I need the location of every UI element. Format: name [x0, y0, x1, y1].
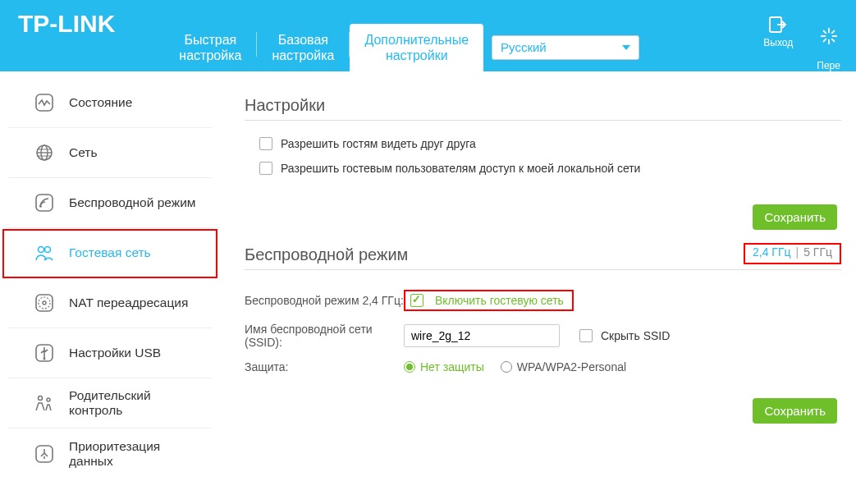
sidebar-item-parental[interactable]: Родительский контроль: [8, 378, 212, 428]
hide-ssid-label: Скрыть SSID: [601, 329, 670, 342]
svg-line-8: [831, 31, 834, 34]
radio-selected-icon: [404, 361, 415, 373]
save-button-2[interactable]: Сохранить: [753, 398, 837, 424]
radio-icon: [501, 361, 512, 373]
band-24ghz-tab[interactable]: 2,4 ГГц: [753, 245, 791, 259]
svg-point-23: [43, 358, 46, 360]
chevron-down-icon: [622, 45, 630, 50]
band-tabs-highlight: 2,4 ГГц | 5 ГГц: [744, 243, 841, 264]
ssid-label: Имя беспроводной сети (SSID):: [245, 323, 404, 349]
svg-line-6: [831, 39, 834, 42]
tab-basic[interactable]: Базовая настройка: [257, 24, 349, 71]
qos-icon: [34, 444, 54, 464]
sidebar-item-guest-network[interactable]: Гостевая сеть: [8, 228, 212, 278]
svg-point-18: [45, 247, 51, 253]
header: TP-LINK Быстрая настройка Базовая настро…: [0, 0, 856, 71]
checkbox-checked-icon: [410, 294, 423, 307]
tab-advanced[interactable]: Дополнительные настройки: [350, 24, 483, 71]
checkbox-icon: [259, 162, 272, 175]
logo: TP-LINK: [18, 10, 115, 38]
wireless-mode-label: Беспроводной режим 2,4 ГГц:: [245, 294, 404, 307]
sidebar-item-network[interactable]: Сеть: [8, 128, 212, 178]
svg-point-24: [39, 396, 43, 401]
allow-see-each-other[interactable]: Разрешить гостям видеть друг друга: [259, 137, 841, 150]
svg-point-25: [47, 398, 50, 401]
sidebar-item-label: Настройки USB: [69, 346, 161, 360]
radio-label: WPA/WPA2-Personal: [517, 360, 626, 373]
wifi-icon: [34, 193, 54, 213]
checkbox-icon: [579, 329, 593, 342]
language-select[interactable]: Русский: [492, 35, 639, 60]
svg-rect-15: [36, 195, 53, 211]
security-wpa-radio[interactable]: WPA/WPA2-Personal: [501, 360, 626, 373]
section-title-settings: Настройки: [245, 96, 841, 121]
sidebar-item-qos[interactable]: Приоритезация данных: [8, 428, 212, 479]
sidebar-item-label: Беспроводной режим: [69, 195, 195, 210]
section-title-wireless: Беспроводной режим: [245, 245, 408, 264]
tab-quick-setup[interactable]: Быстрая настройка: [164, 24, 256, 71]
checkbox-label: Разрешить гостям видеть друг друга: [281, 137, 476, 150]
svg-point-17: [39, 247, 44, 253]
sidebar-item-usb[interactable]: Настройки USB: [8, 328, 212, 378]
sidebar-item-label: Гостевая сеть: [69, 245, 151, 260]
sidebar-item-label: Приоритезация данных: [69, 439, 192, 469]
sidebar-item-label: Сеть: [69, 145, 97, 160]
svg-point-20: [43, 301, 46, 305]
sidebar-item-wireless[interactable]: Беспроводной режим: [8, 178, 212, 228]
sidebar-item-status[interactable]: Состояние: [8, 78, 212, 128]
security-label: Защита:: [245, 360, 404, 373]
reboot-icon: [818, 26, 840, 46]
main-tabs: Быстрая настройка Базовая настройка Допо…: [164, 0, 639, 71]
svg-line-5: [823, 31, 826, 34]
enable-label: Включить гостевую сеть: [435, 294, 564, 307]
status-icon: [34, 93, 54, 112]
svg-rect-9: [36, 94, 53, 111]
logout-label: Выход: [763, 37, 793, 48]
nat-icon: [34, 293, 54, 313]
sidebar-item-label: Родительский контроль: [69, 388, 192, 418]
svg-point-16: [39, 205, 42, 208]
checkbox-icon: [259, 137, 272, 150]
checkbox-label: Разрешить гостевым пользователям доступ …: [281, 162, 640, 175]
hide-ssid-checkbox[interactable]: Скрыть SSID: [579, 329, 670, 342]
save-button[interactable]: Сохранить: [753, 204, 837, 230]
band-5ghz-tab[interactable]: 5 ГГц: [803, 245, 832, 259]
globe-icon: [34, 143, 54, 163]
radio-label: Нет защиты: [420, 360, 484, 373]
enable-guest-checkbox[interactable]: Включить гостевую сеть: [410, 294, 564, 307]
sidebar-item-nat[interactable]: NAT переадресация: [8, 278, 212, 328]
language-value: Русский: [501, 40, 547, 54]
logout-icon: [767, 15, 789, 34]
svg-line-7: [823, 39, 826, 42]
sidebar-item-label: NAT переадресация: [69, 296, 188, 310]
ssid-input[interactable]: [404, 324, 560, 347]
usb-icon: [34, 343, 54, 363]
sidebar: Состояние Сеть Беспроводной режим Гостев…: [0, 71, 220, 504]
band-separator: |: [796, 245, 799, 259]
enable-highlight: Включить гостевую сеть: [404, 290, 574, 311]
svg-point-21: [39, 297, 50, 309]
content: Настройки Разрешить гостям видеть друг д…: [220, 71, 856, 504]
security-none-radio[interactable]: Нет защиты: [404, 360, 484, 373]
parental-icon: [34, 393, 54, 413]
guest-icon: [34, 243, 54, 263]
band-tabs: 2,4 ГГц | 5 ГГц: [748, 245, 836, 260]
allow-lan-access[interactable]: Разрешить гостевым пользователям доступ …: [259, 162, 841, 175]
sidebar-item-label: Состояние: [69, 95, 132, 110]
